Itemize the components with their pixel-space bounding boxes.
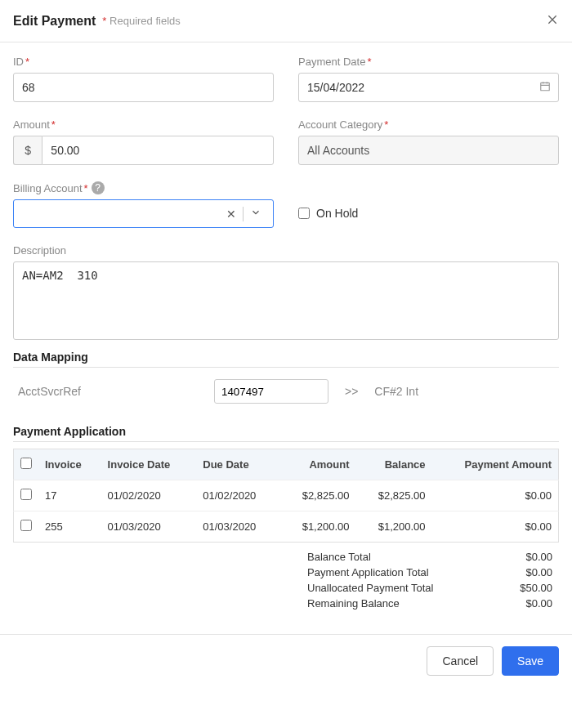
currency-symbol: $ [13,136,42,165]
col-balance: Balance [356,449,432,480]
datamap-source-input[interactable] [214,379,328,404]
cell-payment-amount: $0.00 [432,511,559,543]
totals-block: Balance Total$0.00 Payment Application T… [13,549,559,611]
id-label: ID* [13,56,274,68]
row-checkbox[interactable] [20,520,32,531]
payment-application-table: Invoice Invoice Date Due Date Amount Bal… [13,449,559,543]
balance-total-value: $0.00 [471,551,552,563]
datamap-arrow-icon: >> [345,385,358,398]
datamap-source-label: AcctSvcrRef [18,385,198,398]
table-row: 25501/03/202001/03/2020$1,200.00$1,200.0… [14,511,559,543]
payment-app-total-value: $0.00 [471,566,552,578]
amount-label: Amount* [13,118,274,131]
remaining-balance-label: Remaining Balance [307,597,471,610]
billing-account-combo[interactable]: ✕ [13,199,274,228]
cancel-button[interactable]: Cancel [427,646,494,676]
col-due-date: Due Date [196,449,279,480]
modal-title: Edit Payment [13,14,96,29]
clear-icon[interactable]: ✕ [221,208,241,221]
cell-invoice: 255 [38,511,101,543]
billing-account-input[interactable] [20,200,221,227]
on-hold-spacer [298,181,559,194]
cell-amount: $1,200.00 [279,511,355,543]
account-category-label: Account Category* [298,118,559,131]
select-all-checkbox[interactable] [20,458,32,469]
cell-amount: $2,825.00 [279,480,355,511]
calendar-icon[interactable] [539,81,551,95]
account-category-field[interactable]: All Accounts [298,136,559,165]
col-invoice: Invoice [38,449,101,480]
payment-application-heading: Payment Application [13,425,559,442]
form-body: ID* Payment Date* Amount* $ Account Cate… [0,42,572,634]
payment-app-total-label: Payment Application Total [307,566,471,578]
unallocated-total-value: $50.00 [471,582,552,594]
table-row: 1701/02/202001/02/2020$2,825.00$2,825.00… [14,480,559,511]
modal-footer: Cancel Save [0,634,572,687]
col-amount: Amount [279,449,355,480]
description-input[interactable] [13,261,559,340]
amount-input[interactable] [42,136,274,165]
remaining-balance-value: $0.00 [471,597,552,610]
cell-invoice-date: 01/02/2020 [101,480,197,511]
cell-payment-amount: $0.00 [432,480,559,511]
cell-due-date: 01/03/2020 [196,511,279,543]
close-icon[interactable] [546,11,559,30]
on-hold-label: On Hold [316,207,358,220]
id-input[interactable] [13,73,274,102]
on-hold-checkbox[interactable] [298,208,310,219]
data-mapping-heading: Data Mapping [13,351,559,368]
col-invoice-date: Invoice Date [101,449,197,480]
payment-date-label: Payment Date* [298,56,559,68]
svg-rect-2 [541,83,550,90]
cell-due-date: 01/02/2020 [196,480,279,511]
cell-invoice-date: 01/03/2020 [101,511,197,543]
balance-total-label: Balance Total [307,551,471,563]
combo-separator [243,207,244,221]
row-checkbox[interactable] [20,489,32,500]
help-icon[interactable]: ? [92,181,105,194]
payment-date-input[interactable] [298,73,559,102]
unallocated-total-label: Unallocated Payment Total [307,582,471,594]
required-hint: * Required fields [102,15,180,27]
save-button[interactable]: Save [502,646,559,676]
col-payment-amount: Payment Amount [432,449,559,480]
description-label: Description [13,244,559,257]
datamap-target-label: CF#2 Int [374,385,418,398]
billing-account-label: Billing Account* ? [13,181,274,194]
chevron-down-icon[interactable] [245,207,266,221]
cell-balance: $1,200.00 [356,511,432,543]
cell-invoice: 17 [38,480,101,511]
cell-balance: $2,825.00 [356,480,432,511]
modal-header: Edit Payment * Required fields [0,0,572,42]
